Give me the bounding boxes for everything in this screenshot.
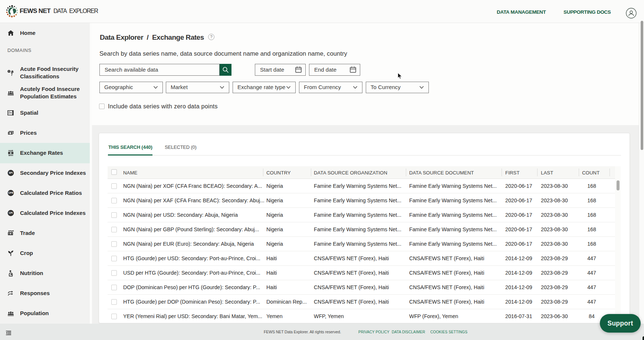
svg-text:CPI: CPI — [9, 212, 13, 214]
svg-text:CPR: CPR — [8, 192, 13, 194]
svg-text:SPI: SPI — [9, 171, 13, 174]
